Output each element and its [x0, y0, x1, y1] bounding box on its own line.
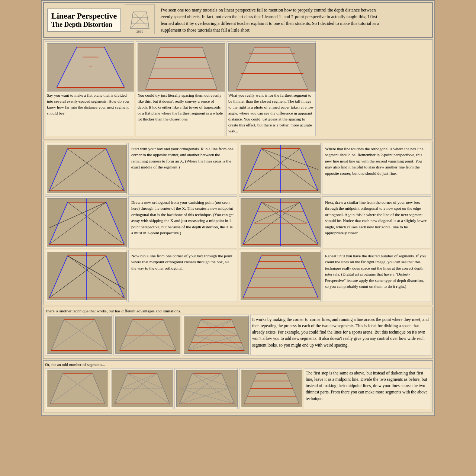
svg-text:2010: 2010: [136, 30, 144, 33]
step-text-5: Next, draw a similar line from the corne…: [322, 196, 431, 248]
notice-3: There is another technique that works, b…: [45, 309, 431, 313]
caption-3: What you really want is for the farthest…: [228, 93, 314, 134]
odd-svg-4: [241, 370, 302, 407]
step-text-3: Now run a line from one corner of your b…: [128, 250, 237, 302]
step-img-1: [45, 143, 127, 195]
logo-icon: 2010: [125, 4, 155, 34]
section-1: Say you want to make a flat plane that i…: [43, 39, 433, 139]
alt-text: It works by making the corner-to-corner …: [250, 315, 431, 356]
section-3: There is another technique that works, b…: [43, 307, 433, 359]
odd-img-2: [110, 368, 173, 409]
odd-img-1: [45, 368, 108, 409]
step-text-4: Where that line touches the orthogonal i…: [322, 143, 431, 195]
persp-svg-1: [47, 43, 134, 91]
main-container: Linear Perspective The Depth Distortion …: [41, 0, 435, 416]
header-text: I've seen one too many tutorials on line…: [161, 7, 384, 33]
row-1: Say you want to make a flat plane that i…: [45, 41, 431, 136]
image-2: You could try just literally spacing the…: [136, 41, 225, 136]
title-line2: The Depth Distortion: [51, 21, 117, 29]
persp-svg-3: [228, 43, 316, 91]
alt-img-2: [113, 315, 180, 356]
step-svg-1: [47, 145, 127, 193]
caption-1: Say you want to make a flat plane that i…: [47, 93, 132, 116]
caption-2: You could try just literally spacing the…: [138, 93, 223, 122]
odd-svg-3: [176, 370, 238, 407]
title-block: Linear Perspective The Depth Distortion: [47, 9, 121, 31]
step-text-1: Start with your box and your orthogonals…: [128, 143, 237, 195]
alt-svg-3: [184, 316, 249, 354]
alt-svg-1: [47, 316, 112, 354]
alt-img-1: [45, 315, 112, 356]
odd-img-4: [239, 368, 302, 409]
odd-svg-2: [112, 370, 173, 407]
step-svg-4: [241, 145, 321, 193]
row-4-images: The first step is the same as above, but…: [45, 368, 431, 409]
logo-block: 2010: [125, 4, 155, 36]
odd-svg-1: [47, 370, 108, 407]
step-svg-2: [47, 198, 127, 247]
section-2: Start with your box and your orthogonals…: [43, 141, 433, 305]
step-img-6: [239, 250, 321, 302]
step-svg-5: [241, 198, 321, 247]
alt-img-3: [182, 315, 249, 356]
title-line1: Linear Perspective: [51, 12, 117, 20]
header: Linear Perspective The Depth Distortion …: [43, 2, 433, 38]
step-text-2: Draw a new orthogonal from your vanishin…: [128, 196, 237, 248]
step-svg-6: [241, 252, 321, 300]
image-1: Say you want to make a flat plane that i…: [45, 41, 134, 136]
row-2c: Now run a line from one corner of your b…: [45, 250, 431, 302]
image-3: What you really want is for the farthest…: [226, 41, 316, 136]
step-img-3: [45, 250, 127, 302]
alt-svg-2: [115, 316, 180, 354]
persp-svg-2: [138, 43, 225, 91]
step-svg-3: [47, 252, 127, 300]
section-4: Or, for an odd number of segments...: [43, 360, 433, 412]
step-img-5: [239, 196, 321, 248]
row-2b: Draw a new orthogonal from your vanishin…: [45, 196, 431, 248]
odd-text: The first step is the same as above, but…: [304, 368, 431, 409]
notice-4: Or, for an odd number of segments...: [45, 362, 431, 367]
row-3-images: It works by making the corner-to-corner …: [45, 315, 431, 356]
row-2a: Start with your box and your orthogonals…: [45, 143, 431, 195]
odd-img-3: [174, 368, 238, 409]
step-text-6: Repeat until you have the desired number…: [322, 250, 431, 302]
step-img-2: [45, 196, 127, 248]
step-img-4: [239, 143, 321, 195]
